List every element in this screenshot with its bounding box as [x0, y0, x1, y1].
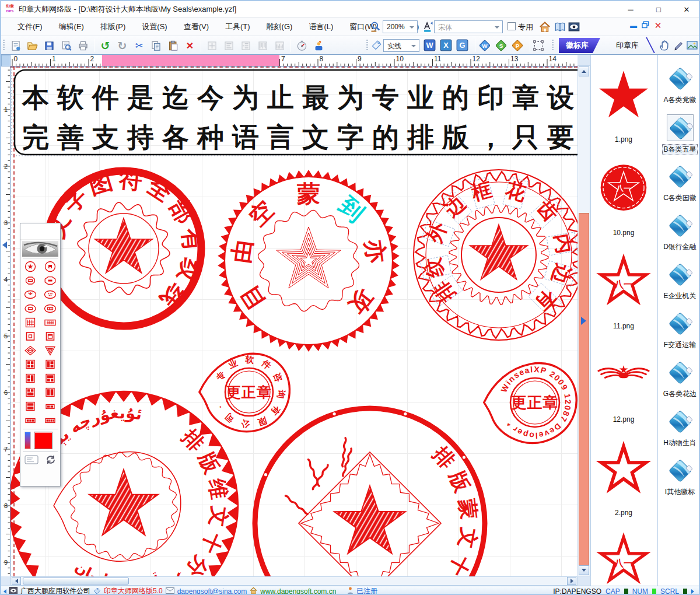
palette-icon-rect-bar[interactable]	[43, 400, 58, 414]
seal-correction-cn[interactable]: 更正章 专业软件咨询有限公司·	[200, 354, 289, 431]
category-B各类五星[interactable]: B各类五星	[657, 114, 700, 155]
menu-item-2[interactable]: 排版(P)	[92, 19, 134, 35]
thumbnail-1.png[interactable]: 1.png	[591, 62, 656, 144]
category-G各类花边[interactable]: G各类花边	[657, 359, 700, 399]
palette-icon-oval-gauge[interactable]	[23, 288, 38, 302]
menu-item-0[interactable]: 文件(F)	[9, 19, 51, 35]
gem-word-icon[interactable]: W	[478, 39, 490, 51]
scroll-up-button[interactable]	[579, 66, 589, 76]
thumbnail-2.png[interactable]: 2.png	[591, 435, 656, 517]
preview-eye-icon[interactable]	[568, 21, 580, 33]
new-document-button[interactable]	[7, 38, 24, 53]
category-A各类党徽[interactable]: A各类党徽	[657, 65, 700, 105]
category-E企业机关[interactable]: E企业机关	[657, 261, 700, 301]
thumbnail-11.png[interactable]: 八一11.png	[591, 249, 656, 330]
thumbnail-12.png[interactable]: 12.png	[591, 342, 656, 424]
status-back-arrow-icon[interactable]	[4, 589, 6, 594]
seal-mongol[interactable]: 排版蒙文十分方便	[255, 408, 485, 576]
palette-icon-oval-lines[interactable]	[43, 302, 58, 316]
zoom-tool-icon[interactable]	[370, 21, 382, 33]
palette-properties-button[interactable]	[24, 455, 38, 467]
current-color-swatch[interactable]	[34, 432, 52, 449]
category-I其他徽标[interactable]: I其他徽标	[657, 457, 700, 497]
palette-icon-oval-dots[interactable]	[43, 288, 58, 302]
palette-icon-oct-bar-w[interactable]	[43, 274, 58, 288]
status-website[interactable]: www.dapengsoft.com.cn	[260, 587, 336, 595]
minimize-button[interactable]: ─	[624, 5, 637, 14]
undo-button[interactable]: ↺	[97, 38, 114, 53]
menu-item-6[interactable]: 雕刻(G)	[258, 19, 301, 35]
palette-icon-rect-4[interactable]	[43, 414, 58, 428]
engrave-button[interactable]	[310, 38, 327, 53]
palette-icon-grid-dense[interactable]	[23, 316, 38, 330]
font-tool-icon[interactable]	[422, 21, 434, 33]
zoom-level-select[interactable]: 200%	[383, 20, 418, 33]
export-chart-icon[interactable]: G	[456, 39, 468, 51]
seal-correction-en[interactable]: 更正章 WinsealXP 2009 12087 Developer *	[484, 363, 576, 443]
mdi-minimize-button[interactable]: ▬	[629, 21, 638, 30]
palette-refresh-button[interactable]	[46, 455, 56, 467]
print-button[interactable]	[75, 38, 92, 53]
redo-button[interactable]: ↻	[114, 38, 131, 53]
palette-icon-grid-left[interactable]	[43, 358, 58, 372]
palette-icon-sq-top[interactable]	[23, 386, 38, 400]
category-H动物生肖[interactable]: H动物生肖	[657, 408, 700, 448]
open-folder-button[interactable]	[24, 38, 41, 53]
palette-icon-diam-lines[interactable]	[23, 344, 38, 358]
palette-icon-oval-bar[interactable]	[23, 302, 38, 316]
palette-icon-sq-cols[interactable]	[43, 386, 58, 400]
mdi-close-button[interactable]: ✕	[653, 21, 663, 30]
horizontal-ruler[interactable]: 01234567891011121314	[10, 55, 578, 66]
category-C各类国徽[interactable]: C各类国徽	[657, 163, 700, 203]
hand-pan-icon[interactable]	[658, 39, 670, 51]
special-checkbox[interactable]	[508, 22, 516, 30]
scroll-left-button[interactable]	[12, 577, 21, 585]
seal-border-demo[interactable]: 排纹外边框花齿内边有	[414, 170, 578, 340]
vertical-scrollbar[interactable]	[578, 65, 590, 576]
copy-button[interactable]	[148, 38, 164, 53]
horizontal-scrollbar[interactable]	[10, 576, 578, 586]
category-F交通运输[interactable]: F交通运输	[657, 310, 700, 350]
save-button[interactable]	[41, 38, 58, 53]
scroll-down-button[interactable]	[579, 565, 589, 575]
canvas[interactable]: 本软件是迄今为止最为专业的印章设 完善支持各种语言文字的排版，只要 文字图符全部…	[10, 66, 578, 576]
cut-button[interactable]: ✂	[131, 38, 148, 53]
palette-icon-sq-left[interactable]	[23, 372, 38, 386]
indent-button[interactable]	[237, 38, 254, 53]
gem-excel-icon[interactable]: S	[495, 39, 506, 51]
library-book-icon[interactable]	[554, 21, 566, 33]
tab-emblem-library[interactable]: 徽标库	[559, 38, 600, 53]
ruler-h-button[interactable]	[271, 38, 288, 53]
palette-icon-grid-wide[interactable]	[43, 316, 58, 330]
status-email[interactable]: dapengsoft@sina.com	[177, 587, 247, 595]
home-icon[interactable]	[539, 21, 551, 33]
gem-ppt-icon[interactable]: P	[511, 39, 523, 51]
palette-icon-sq-rows[interactable]	[23, 400, 38, 414]
line-style-icon[interactable]	[371, 39, 383, 51]
export-word-icon[interactable]: W	[424, 39, 435, 51]
palette-icon-sq-bottom[interactable]	[43, 372, 58, 386]
thumbnail-partial[interactable]: 八一	[591, 527, 656, 586]
palette-icon-grid-2x2[interactable]	[23, 358, 38, 372]
vertical-scroll-thumb[interactable]	[579, 213, 589, 575]
menu-item-3[interactable]: 设置(S)	[134, 19, 175, 35]
select-region-icon[interactable]	[532, 39, 544, 51]
palette-icon-sq-insq[interactable]	[23, 330, 38, 344]
palette-icon-circ-sq[interactable]	[43, 260, 58, 274]
ruler-v-button[interactable]	[254, 38, 271, 53]
palette-icon-sq-topline[interactable]	[43, 330, 58, 344]
pen-edit-icon[interactable]	[672, 39, 684, 51]
panel-collapse-arrow-icon[interactable]	[581, 317, 586, 325]
insert-image-icon[interactable]	[686, 39, 698, 51]
palette-icon-rect-3[interactable]	[23, 414, 38, 428]
menu-item-5[interactable]: 工具(T)	[217, 19, 258, 35]
menu-item-1[interactable]: 编辑(E)	[51, 19, 92, 35]
headline-text-frame[interactable]: 本软件是迄今为止最为专业的印章设 完善支持各种语言文字的排版，只要	[12, 67, 578, 156]
export-excel-icon[interactable]: X	[440, 39, 452, 51]
paste-button[interactable]	[164, 38, 181, 53]
menu-item-7[interactable]: 语言(L)	[300, 19, 341, 35]
mdi-restore-button[interactable]	[640, 21, 650, 30]
menu-item-4[interactable]: 查看(V)	[176, 19, 217, 35]
vertical-ruler[interactable]: 123456789	[1, 66, 10, 576]
maximize-button[interactable]: □	[652, 5, 665, 14]
